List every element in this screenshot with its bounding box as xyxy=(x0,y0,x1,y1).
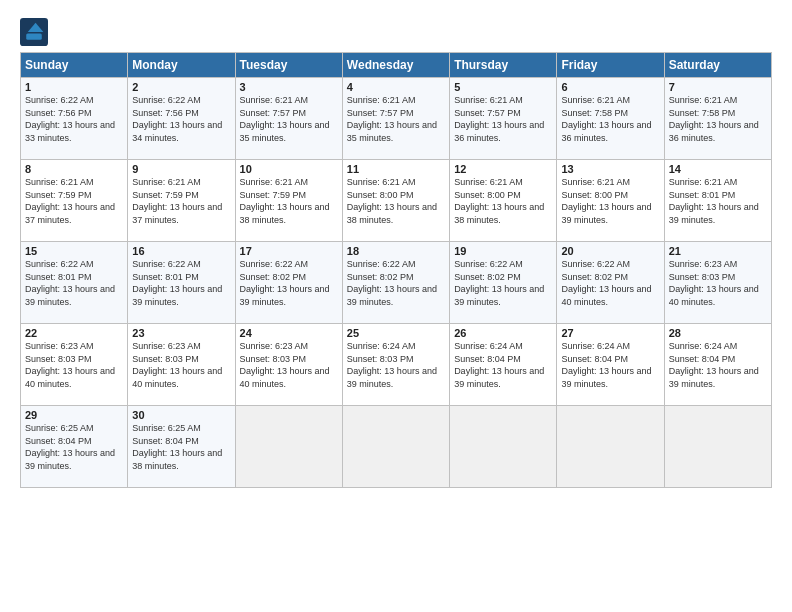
day-info: Sunrise: 6:21 AMSunset: 8:01 PMDaylight:… xyxy=(669,176,767,226)
day-cell-21: 21 Sunrise: 6:23 AMSunset: 8:03 PMDaylig… xyxy=(664,242,771,324)
day-number: 18 xyxy=(347,245,445,257)
day-cell-14: 14 Sunrise: 6:21 AMSunset: 8:01 PMDaylig… xyxy=(664,160,771,242)
day-number: 10 xyxy=(240,163,338,175)
day-info: Sunrise: 6:22 AMSunset: 7:56 PMDaylight:… xyxy=(25,94,123,144)
day-info: Sunrise: 6:22 AMSunset: 7:56 PMDaylight:… xyxy=(132,94,230,144)
day-number: 21 xyxy=(669,245,767,257)
day-header-tuesday: Tuesday xyxy=(235,53,342,78)
day-info: Sunrise: 6:24 AMSunset: 8:04 PMDaylight:… xyxy=(454,340,552,390)
logo-icon xyxy=(20,18,48,46)
day-cell-30: 30 Sunrise: 6:25 AMSunset: 8:04 PMDaylig… xyxy=(128,406,235,488)
day-info: Sunrise: 6:21 AMSunset: 7:57 PMDaylight:… xyxy=(454,94,552,144)
day-number: 7 xyxy=(669,81,767,93)
day-cell-1: 1 Sunrise: 6:22 AMSunset: 7:56 PMDayligh… xyxy=(21,78,128,160)
day-number: 16 xyxy=(132,245,230,257)
day-cell-9: 9 Sunrise: 6:21 AMSunset: 7:59 PMDayligh… xyxy=(128,160,235,242)
header-row: SundayMondayTuesdayWednesdayThursdayFrid… xyxy=(21,53,772,78)
logo xyxy=(20,18,52,46)
day-number: 1 xyxy=(25,81,123,93)
day-info: Sunrise: 6:24 AMSunset: 8:04 PMDaylight:… xyxy=(669,340,767,390)
day-number: 27 xyxy=(561,327,659,339)
day-number: 29 xyxy=(25,409,123,421)
day-cell-17: 17 Sunrise: 6:22 AMSunset: 8:02 PMDaylig… xyxy=(235,242,342,324)
day-cell-25: 25 Sunrise: 6:24 AMSunset: 8:03 PMDaylig… xyxy=(342,324,449,406)
empty-cell xyxy=(342,406,449,488)
day-cell-23: 23 Sunrise: 6:23 AMSunset: 8:03 PMDaylig… xyxy=(128,324,235,406)
day-number: 8 xyxy=(25,163,123,175)
day-cell-18: 18 Sunrise: 6:22 AMSunset: 8:02 PMDaylig… xyxy=(342,242,449,324)
day-cell-13: 13 Sunrise: 6:21 AMSunset: 8:00 PMDaylig… xyxy=(557,160,664,242)
day-header-wednesday: Wednesday xyxy=(342,53,449,78)
week-row-5: 29 Sunrise: 6:25 AMSunset: 8:04 PMDaylig… xyxy=(21,406,772,488)
day-cell-29: 29 Sunrise: 6:25 AMSunset: 8:04 PMDaylig… xyxy=(21,406,128,488)
day-cell-2: 2 Sunrise: 6:22 AMSunset: 7:56 PMDayligh… xyxy=(128,78,235,160)
day-cell-22: 22 Sunrise: 6:23 AMSunset: 8:03 PMDaylig… xyxy=(21,324,128,406)
day-info: Sunrise: 6:24 AMSunset: 8:03 PMDaylight:… xyxy=(347,340,445,390)
day-cell-8: 8 Sunrise: 6:21 AMSunset: 7:59 PMDayligh… xyxy=(21,160,128,242)
day-number: 22 xyxy=(25,327,123,339)
day-cell-26: 26 Sunrise: 6:24 AMSunset: 8:04 PMDaylig… xyxy=(450,324,557,406)
day-info: Sunrise: 6:25 AMSunset: 8:04 PMDaylight:… xyxy=(132,422,230,472)
day-info: Sunrise: 6:22 AMSunset: 8:01 PMDaylight:… xyxy=(25,258,123,308)
day-info: Sunrise: 6:21 AMSunset: 8:00 PMDaylight:… xyxy=(561,176,659,226)
week-row-1: 1 Sunrise: 6:22 AMSunset: 7:56 PMDayligh… xyxy=(21,78,772,160)
day-info: Sunrise: 6:22 AMSunset: 8:02 PMDaylight:… xyxy=(454,258,552,308)
empty-cell xyxy=(450,406,557,488)
day-number: 6 xyxy=(561,81,659,93)
day-info: Sunrise: 6:22 AMSunset: 8:02 PMDaylight:… xyxy=(561,258,659,308)
day-header-friday: Friday xyxy=(557,53,664,78)
empty-cell xyxy=(557,406,664,488)
day-number: 15 xyxy=(25,245,123,257)
day-info: Sunrise: 6:21 AMSunset: 7:58 PMDaylight:… xyxy=(669,94,767,144)
day-info: Sunrise: 6:21 AMSunset: 7:58 PMDaylight:… xyxy=(561,94,659,144)
day-header-monday: Monday xyxy=(128,53,235,78)
day-number: 12 xyxy=(454,163,552,175)
day-cell-12: 12 Sunrise: 6:21 AMSunset: 8:00 PMDaylig… xyxy=(450,160,557,242)
day-info: Sunrise: 6:21 AMSunset: 7:57 PMDaylight:… xyxy=(347,94,445,144)
day-info: Sunrise: 6:21 AMSunset: 7:59 PMDaylight:… xyxy=(132,176,230,226)
calendar-table: SundayMondayTuesdayWednesdayThursdayFrid… xyxy=(20,52,772,488)
day-cell-11: 11 Sunrise: 6:21 AMSunset: 8:00 PMDaylig… xyxy=(342,160,449,242)
day-cell-15: 15 Sunrise: 6:22 AMSunset: 8:01 PMDaylig… xyxy=(21,242,128,324)
day-number: 17 xyxy=(240,245,338,257)
day-cell-5: 5 Sunrise: 6:21 AMSunset: 7:57 PMDayligh… xyxy=(450,78,557,160)
day-number: 3 xyxy=(240,81,338,93)
week-row-2: 8 Sunrise: 6:21 AMSunset: 7:59 PMDayligh… xyxy=(21,160,772,242)
day-number: 25 xyxy=(347,327,445,339)
day-number: 20 xyxy=(561,245,659,257)
day-info: Sunrise: 6:23 AMSunset: 8:03 PMDaylight:… xyxy=(132,340,230,390)
day-number: 9 xyxy=(132,163,230,175)
header xyxy=(20,18,772,46)
day-info: Sunrise: 6:21 AMSunset: 7:59 PMDaylight:… xyxy=(25,176,123,226)
day-header-sunday: Sunday xyxy=(21,53,128,78)
day-cell-6: 6 Sunrise: 6:21 AMSunset: 7:58 PMDayligh… xyxy=(557,78,664,160)
day-info: Sunrise: 6:23 AMSunset: 8:03 PMDaylight:… xyxy=(240,340,338,390)
day-cell-4: 4 Sunrise: 6:21 AMSunset: 7:57 PMDayligh… xyxy=(342,78,449,160)
day-cell-24: 24 Sunrise: 6:23 AMSunset: 8:03 PMDaylig… xyxy=(235,324,342,406)
day-number: 11 xyxy=(347,163,445,175)
day-cell-27: 27 Sunrise: 6:24 AMSunset: 8:04 PMDaylig… xyxy=(557,324,664,406)
day-number: 5 xyxy=(454,81,552,93)
week-row-3: 15 Sunrise: 6:22 AMSunset: 8:01 PMDaylig… xyxy=(21,242,772,324)
day-info: Sunrise: 6:22 AMSunset: 8:02 PMDaylight:… xyxy=(240,258,338,308)
day-info: Sunrise: 6:21 AMSunset: 8:00 PMDaylight:… xyxy=(347,176,445,226)
day-info: Sunrise: 6:21 AMSunset: 7:57 PMDaylight:… xyxy=(240,94,338,144)
day-cell-20: 20 Sunrise: 6:22 AMSunset: 8:02 PMDaylig… xyxy=(557,242,664,324)
day-info: Sunrise: 6:23 AMSunset: 8:03 PMDaylight:… xyxy=(669,258,767,308)
day-number: 26 xyxy=(454,327,552,339)
day-number: 28 xyxy=(669,327,767,339)
day-cell-16: 16 Sunrise: 6:22 AMSunset: 8:01 PMDaylig… xyxy=(128,242,235,324)
day-cell-10: 10 Sunrise: 6:21 AMSunset: 7:59 PMDaylig… xyxy=(235,160,342,242)
day-header-thursday: Thursday xyxy=(450,53,557,78)
day-cell-3: 3 Sunrise: 6:21 AMSunset: 7:57 PMDayligh… xyxy=(235,78,342,160)
day-info: Sunrise: 6:22 AMSunset: 8:01 PMDaylight:… xyxy=(132,258,230,308)
day-info: Sunrise: 6:21 AMSunset: 8:00 PMDaylight:… xyxy=(454,176,552,226)
day-number: 14 xyxy=(669,163,767,175)
day-number: 2 xyxy=(132,81,230,93)
day-number: 30 xyxy=(132,409,230,421)
empty-cell xyxy=(664,406,771,488)
day-info: Sunrise: 6:24 AMSunset: 8:04 PMDaylight:… xyxy=(561,340,659,390)
svg-rect-2 xyxy=(26,34,42,40)
empty-cell xyxy=(235,406,342,488)
day-cell-28: 28 Sunrise: 6:24 AMSunset: 8:04 PMDaylig… xyxy=(664,324,771,406)
